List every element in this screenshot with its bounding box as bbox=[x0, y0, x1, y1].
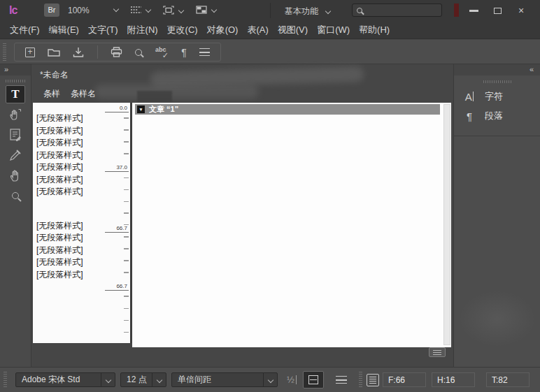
leading-dropdown[interactable]: 单倍间距 bbox=[171, 372, 278, 387]
story-editor[interactable]: ▼ 文章 “1” bbox=[132, 103, 451, 347]
close-button[interactable]: × bbox=[512, 3, 530, 17]
zoom-level-dropdown[interactable]: 100% bbox=[68, 6, 118, 15]
status-menu-button[interactable] bbox=[336, 376, 347, 384]
smudge-artifact bbox=[94, 85, 259, 99]
eyedropper-tool[interactable] bbox=[6, 146, 25, 164]
chevron-down-icon bbox=[156, 377, 162, 382]
fraction-icon: ½ bbox=[287, 375, 294, 385]
font-size-value: 12 点 bbox=[121, 374, 152, 386]
menu-item[interactable]: 更改(C) bbox=[167, 24, 198, 36]
menu-item[interactable]: 附注(N) bbox=[127, 24, 158, 36]
spell-check-button[interactable]: abc ✓ bbox=[155, 46, 169, 59]
bridge-button[interactable]: Br bbox=[44, 3, 59, 17]
note-tool-icon bbox=[9, 128, 22, 142]
dropdown-button[interactable] bbox=[263, 373, 277, 386]
character-panel-icon: A bbox=[463, 91, 476, 103]
expand-panel-icon[interactable]: » bbox=[4, 65, 8, 73]
type-tool[interactable]: T bbox=[6, 85, 25, 103]
menu-item[interactable]: 文件(F) bbox=[10, 24, 40, 36]
tab-galley-2[interactable]: 条样名 bbox=[71, 88, 96, 100]
eyedropper-icon bbox=[8, 148, 22, 162]
position-tool[interactable] bbox=[6, 106, 25, 124]
menu-item[interactable]: 视图(V) bbox=[278, 24, 308, 36]
chevron-down-icon bbox=[267, 377, 273, 382]
dropdown-button[interactable] bbox=[101, 373, 115, 386]
search-icon bbox=[135, 49, 142, 56]
status-grip[interactable] bbox=[3, 372, 7, 389]
hidden-characters-button[interactable]: ¶ bbox=[181, 47, 187, 58]
depth-ruler-label: 37.0 bbox=[105, 164, 129, 172]
save-icon bbox=[73, 47, 84, 57]
character-panel-button[interactable]: A 字符 bbox=[454, 87, 540, 106]
view-options-icon bbox=[131, 6, 141, 14]
menu-item[interactable]: 文字(T) bbox=[88, 24, 118, 36]
menu-item[interactable]: 表(A) bbox=[247, 24, 268, 36]
view-options-dropdown[interactable] bbox=[131, 6, 150, 14]
menu-item[interactable]: 帮助(H) bbox=[359, 24, 390, 36]
dock-divider bbox=[454, 136, 540, 136]
search-box[interactable] bbox=[352, 3, 442, 17]
font-family-dropdown[interactable]: Adobe 宋体 Std bbox=[15, 372, 115, 387]
paragraph-style-label: [无段落样式] bbox=[36, 232, 130, 245]
menu-item[interactable]: 对象(O) bbox=[207, 24, 239, 36]
save-button[interactable] bbox=[73, 47, 84, 57]
print-button[interactable] bbox=[111, 47, 122, 57]
tools-panel-header[interactable]: » bbox=[0, 64, 31, 75]
maximize-button[interactable] bbox=[488, 3, 506, 17]
toolbar-menu-button[interactable] bbox=[199, 48, 210, 56]
menu-item[interactable]: 窗口(W) bbox=[317, 24, 350, 36]
character-panel-label: 字符 bbox=[485, 90, 503, 103]
incopy-logo: Ic bbox=[9, 4, 17, 17]
story-collapse-button[interactable]: ▼ bbox=[137, 106, 145, 113]
app-bar: Ic Br 100% bbox=[0, 0, 540, 21]
paragraph-panel-button[interactable]: ¶ 段落 bbox=[454, 106, 540, 126]
screen-mode-dropdown[interactable] bbox=[163, 6, 183, 15]
type-tool-icon: T bbox=[11, 87, 19, 101]
dock-header[interactable]: « bbox=[454, 64, 540, 75]
zoom-level-value: 100% bbox=[68, 6, 90, 15]
depth-ruler-label: 66.7 bbox=[105, 225, 129, 233]
toolbar: + bbox=[0, 40, 540, 64]
dropdown-button[interactable] bbox=[152, 373, 166, 386]
paragraph-style-label: [无段落样式] bbox=[36, 269, 130, 282]
document-tab[interactable]: *未命名 bbox=[40, 69, 69, 81]
font-size-dropdown[interactable]: 12 点 bbox=[120, 372, 166, 387]
paragraph-style-label: [无段落样式] bbox=[36, 137, 130, 150]
tools-panel: » T bbox=[0, 64, 31, 367]
stat-field-h: H:16 bbox=[432, 372, 475, 387]
minimize-button[interactable] bbox=[464, 3, 483, 17]
watermark-artifact bbox=[458, 290, 537, 347]
search-input[interactable] bbox=[367, 6, 437, 15]
workspace-switcher[interactable]: 基本功能 bbox=[285, 6, 330, 17]
menu-item[interactable]: 编辑(E) bbox=[49, 24, 79, 36]
toolbar-grip[interactable] bbox=[3, 43, 6, 61]
depth-ruler-label: 66.7 bbox=[105, 283, 129, 291]
zoom-tool[interactable] bbox=[6, 187, 25, 205]
smudge-artifact bbox=[137, 91, 172, 102]
tab-galley[interactable]: 条样 bbox=[43, 88, 60, 100]
chevron-down-icon bbox=[211, 7, 217, 13]
vertical-scrollbar[interactable] bbox=[443, 104, 450, 345]
paragraph-style-label: [无段落样式] bbox=[36, 256, 130, 269]
new-document-icon: + bbox=[25, 48, 35, 57]
editor-corner-button[interactable] bbox=[429, 347, 446, 357]
story-header: ▼ 文章 “1” bbox=[135, 104, 440, 115]
menu-bars-icon bbox=[199, 48, 210, 56]
note-tool[interactable] bbox=[6, 126, 25, 144]
dock-grip[interactable] bbox=[483, 80, 511, 83]
open-button[interactable] bbox=[48, 48, 60, 57]
chevron-down-icon bbox=[105, 377, 111, 382]
search-tool-button[interactable] bbox=[135, 49, 142, 56]
new-document-button[interactable]: + bbox=[25, 48, 35, 57]
arrange-documents-dropdown[interactable] bbox=[196, 6, 216, 14]
style-group-1: [无段落样式][无段落样式][无段落样式][无段落样式][无段落样式][无段落样… bbox=[36, 112, 130, 198]
tools-panel-grip[interactable] bbox=[6, 80, 25, 82]
hand-tool[interactable] bbox=[6, 166, 25, 184]
close-icon: × bbox=[518, 6, 524, 15]
galley-info-toggle[interactable] bbox=[303, 371, 324, 389]
fraction-bar bbox=[296, 375, 297, 384]
stat-field-f: F:66 bbox=[383, 372, 426, 387]
collapse-panel-icon[interactable]: « bbox=[530, 65, 533, 73]
status-grip-2[interactable] bbox=[359, 372, 362, 389]
fraction-toggle[interactable]: ½ bbox=[287, 375, 297, 385]
